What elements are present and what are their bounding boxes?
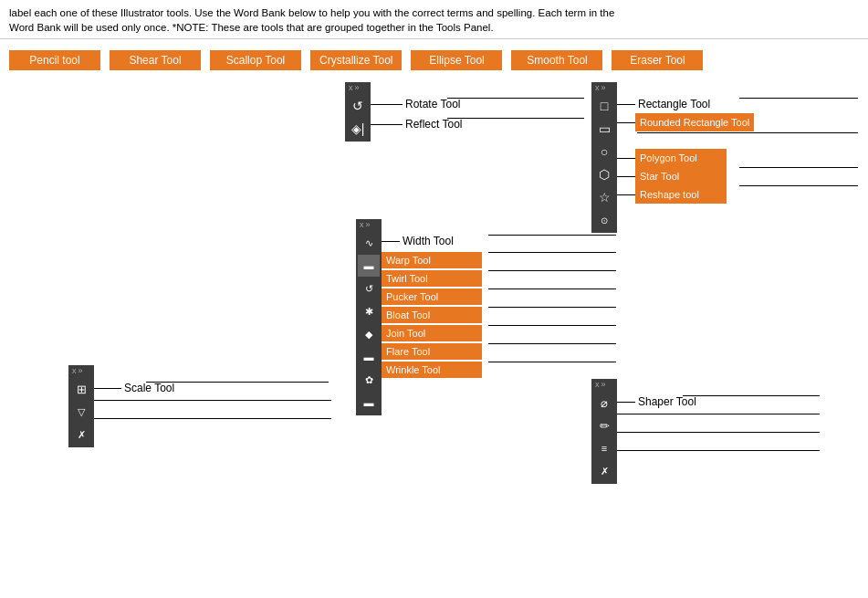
word-bank: Pencil tool Shear Tool Scallop Tool Crys… bbox=[0, 47, 868, 78]
reshape-filled: Reshape tool bbox=[635, 185, 727, 204]
width-answer-line bbox=[488, 235, 616, 236]
flare-answer-line bbox=[488, 343, 616, 344]
scale-answer-line3 bbox=[94, 418, 331, 419]
shapes-answer-line2 bbox=[739, 132, 858, 133]
polygon-connector bbox=[617, 158, 635, 159]
rounded-rect-tool-line: Rounded Rectangle Tool bbox=[617, 113, 754, 131]
expand-icon[interactable]: » bbox=[355, 83, 360, 92]
reflect-tool-line: Reflect Tool bbox=[371, 118, 462, 131]
scale-panel: x » ⊞ ▽ ✗ bbox=[68, 365, 94, 447]
rectangle-icon[interactable]: □ bbox=[593, 95, 615, 117]
shaper-tool-icon[interactable]: ⌀ bbox=[593, 392, 615, 414]
scale-close-icon[interactable]: x bbox=[72, 366, 77, 375]
width-panel-icons: ∿ ▬ ↺ ✱ ◆ ▬ ✿ ▬ bbox=[356, 230, 382, 415]
pucker-icon[interactable]: ✱ bbox=[358, 300, 380, 322]
star-icon[interactable]: ☆ bbox=[593, 186, 615, 208]
scale-icon[interactable]: ⊞ bbox=[70, 378, 92, 400]
rounded-rect-filled: Rounded Rectangle Tool bbox=[635, 113, 754, 131]
shaper-close-icon[interactable]: x bbox=[595, 380, 600, 389]
width-close-icon[interactable]: x bbox=[360, 220, 364, 229]
wrinkle-answer-line bbox=[488, 362, 616, 362]
reflect-connector bbox=[371, 124, 403, 125]
flare-tool-line: Flare Tool bbox=[382, 343, 482, 360]
scale-answer-line2 bbox=[94, 400, 331, 401]
polygon-tool-line: Polygon Tool bbox=[617, 149, 727, 167]
pucker-tool-line: Pucker Tool bbox=[382, 289, 482, 305]
width-panel-header: x » bbox=[356, 219, 382, 230]
shaper-expand-icon[interactable]: » bbox=[601, 380, 606, 389]
header-line1: label each one of these Illustrator tool… bbox=[9, 5, 859, 20]
rounded-rect-icon[interactable]: ▭ bbox=[593, 118, 615, 140]
flare-filled: Flare Tool bbox=[382, 343, 482, 360]
path-eraser-icon[interactable]: ✗ bbox=[593, 460, 615, 482]
pucker-filled: Pucker Tool bbox=[382, 289, 482, 305]
rotate-tool-line: Rotate Tool bbox=[371, 98, 461, 110]
shaper-answer-line2 bbox=[617, 414, 820, 414]
bloat-icon[interactable]: ◆ bbox=[358, 323, 380, 345]
reshape-connector bbox=[617, 194, 635, 195]
word-smooth: Smooth Tool bbox=[511, 50, 602, 70]
wrinkle-tool-line: Wrinkle Tool bbox=[382, 362, 482, 378]
width-icon[interactable]: ∿ bbox=[358, 232, 380, 254]
bloat-answer-line bbox=[488, 307, 616, 308]
ellipse-icon[interactable]: ○ bbox=[593, 141, 615, 163]
shaper-panel-header: x » bbox=[591, 379, 617, 390]
scale-panel-header: x » bbox=[68, 365, 94, 376]
rotate-icon[interactable]: ↺ bbox=[347, 95, 369, 117]
reshape-answer-line bbox=[739, 185, 858, 186]
shapes-expand-icon[interactable]: » bbox=[601, 83, 606, 92]
reshape-icon[interactable]: ⊙ bbox=[593, 209, 615, 231]
join-filled: Join Tool bbox=[382, 325, 482, 341]
star-answer-line bbox=[739, 167, 858, 168]
rotate-answer-line bbox=[447, 98, 584, 99]
twirl-icon[interactable]: ↺ bbox=[358, 278, 380, 299]
bloat-filled: Bloat Tool bbox=[382, 307, 482, 323]
width-panel: x » ∿ ▬ ↺ ✱ ◆ ▬ ✿ ▬ bbox=[356, 219, 382, 415]
free-transform-icon[interactable]: ▽ bbox=[70, 401, 92, 423]
word-eraser: Eraser Tool bbox=[612, 50, 703, 70]
reflect-tool-label: Reflect Tool bbox=[405, 118, 462, 131]
word-crystallize: Crystallize Tool bbox=[310, 50, 402, 70]
scale-tool-label: Scale Tool bbox=[124, 382, 174, 394]
width-connector bbox=[382, 241, 400, 242]
puppet-warp-icon[interactable]: ✗ bbox=[70, 424, 92, 446]
rotate-connector bbox=[371, 104, 403, 105]
close-icon[interactable]: x bbox=[349, 83, 353, 92]
shaper-connector bbox=[617, 402, 635, 403]
scale-tool-line: Scale Tool bbox=[94, 382, 174, 394]
rotate-tool-label: Rotate Tool bbox=[405, 98, 461, 110]
shapes-panel-icons: □ ▭ ○ ⬡ ☆ ⊙ bbox=[591, 93, 617, 233]
twirl-answer-line bbox=[488, 270, 616, 271]
warp-filled: Warp Tool bbox=[382, 252, 482, 268]
scale-answer-line1 bbox=[146, 382, 329, 383]
join-icon[interactable]: ▬ bbox=[358, 346, 380, 368]
shaper-tool-line: Shaper Tool bbox=[617, 395, 696, 408]
main-content: x » ↺ ◈| Rotate Tool Reflect Tool x » □ … bbox=[0, 78, 868, 561]
reflect-icon[interactable]: ◈| bbox=[347, 118, 369, 140]
rotate-panel-icons: ↺ ◈| bbox=[345, 93, 371, 142]
rect-connector bbox=[617, 104, 635, 105]
shaper-tool-label: Shaper Tool bbox=[638, 395, 696, 408]
rect-tool-line: Rectangle Tool bbox=[617, 98, 710, 110]
shaper-panel-icons: ⌀ ✏ ≡ ✗ bbox=[591, 390, 617, 484]
shaper-panel: x » ⌀ ✏ ≡ ✗ bbox=[591, 379, 617, 484]
join-answer-line bbox=[488, 325, 616, 326]
rect-answer-line bbox=[739, 98, 858, 99]
shaper-answer-line4 bbox=[617, 450, 820, 451]
scale-expand-icon[interactable]: » bbox=[78, 366, 83, 375]
scale-connector bbox=[94, 388, 121, 389]
star-tool-line: Star Tool bbox=[617, 167, 727, 185]
star-filled: Star Tool bbox=[635, 167, 727, 185]
wrinkle-icon[interactable]: ▬ bbox=[358, 392, 380, 414]
flare-icon[interactable]: ✿ bbox=[358, 369, 380, 391]
pencil-icon[interactable]: ✏ bbox=[593, 414, 615, 436]
reshape-tool-line: Reshape tool bbox=[617, 185, 727, 204]
smooth-icon[interactable]: ≡ bbox=[593, 437, 615, 459]
rect-tool-label: Rectangle Tool bbox=[638, 98, 710, 110]
rotate-panel: x » ↺ ◈| bbox=[345, 82, 371, 142]
warp-icon[interactable]: ▬ bbox=[358, 255, 380, 277]
rotate-panel-header: x » bbox=[345, 82, 371, 93]
shapes-close-icon[interactable]: x bbox=[595, 83, 600, 92]
polygon-icon[interactable]: ⬡ bbox=[593, 163, 615, 185]
width-expand-icon[interactable]: » bbox=[366, 220, 371, 229]
